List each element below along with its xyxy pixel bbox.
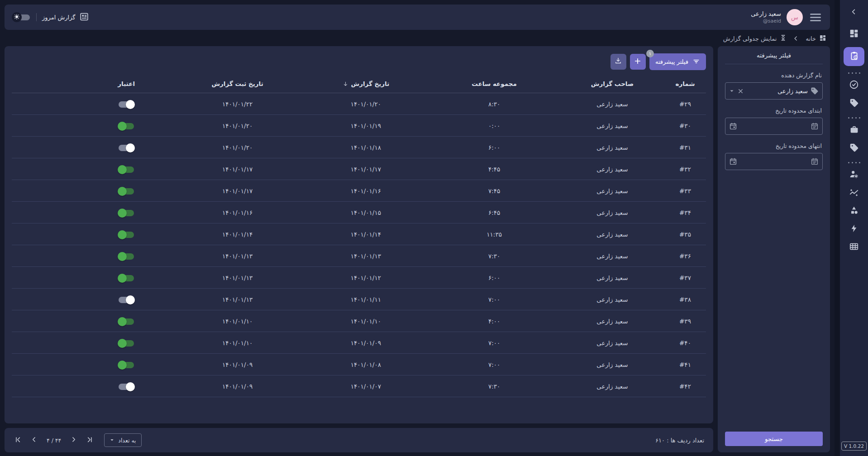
table-row[interactable]: #۳۰ سعید زارعی ۰:۰۰ ۱۴۰۱/۰۱/۱۹ ۱۴۰۱/۰۱/۲… bbox=[12, 115, 706, 137]
validity-toggle[interactable] bbox=[119, 318, 134, 325]
table-row[interactable]: #۴۰ سعید زارعی ۷:۰۰ ۱۴۰۱/۰۱/۰۹ ۱۴۰۱/۰۱/۱… bbox=[12, 332, 706, 354]
validity-toggle[interactable] bbox=[119, 253, 134, 260]
validity-toggle[interactable] bbox=[119, 362, 134, 368]
table-row[interactable]: #۳۴ سعید زارعی ۶:۴۵ ۱۴۰۱/۰۱/۱۵ ۱۴۰۱/۰۱/۱… bbox=[12, 202, 706, 223]
row-spacer-cell bbox=[12, 267, 81, 289]
table-row[interactable]: #۴۲ سعید زارعی ۷:۳۰ ۱۴۰۱/۰۱/۰۷ ۱۴۰۱/۰۱/۰… bbox=[12, 375, 706, 397]
chevron-down-icon[interactable] bbox=[729, 88, 734, 94]
report-owner-cell: سعید زارعی bbox=[560, 267, 664, 289]
report-submit-date-cell: ۱۴۰۱/۰۱/۰۹ bbox=[172, 354, 303, 375]
report-date-cell: ۱۴۰۱/۰۱/۱۴ bbox=[303, 223, 428, 245]
next-page-button[interactable] bbox=[69, 435, 78, 445]
sidebar-separator-dots bbox=[848, 117, 860, 119]
calendar-lines-icon bbox=[811, 157, 819, 166]
download-button[interactable] bbox=[610, 54, 626, 70]
report-date-cell: ۱۴۰۱/۰۱/۱۳ bbox=[303, 245, 428, 267]
table-row[interactable]: #۴۱ سعید زارعی ۷:۰۰ ۱۴۰۱/۰۱/۰۸ ۱۴۰۱/۰۱/۰… bbox=[12, 354, 706, 375]
top-header-bar: س سعید زارعی @saeid گزارش امروز bbox=[5, 5, 830, 30]
report-owner-cell: سعید زارعی bbox=[560, 375, 664, 397]
sidebar-item-labels[interactable] bbox=[844, 143, 864, 154]
sidebar-item-table-view[interactable] bbox=[844, 242, 864, 253]
hourglass-icon bbox=[780, 34, 787, 43]
report-hours-cell: ۴:۴۵ bbox=[428, 158, 560, 180]
report-validity-cell bbox=[81, 93, 171, 115]
sidebar-item-projects[interactable] bbox=[844, 125, 864, 136]
reporter-name-select[interactable]: سعید زارعی bbox=[725, 82, 823, 100]
sidebar-item-automation[interactable] bbox=[844, 224, 864, 235]
report-submit-date-cell: ۱۴۰۱/۰۱/۱۰ bbox=[172, 332, 303, 354]
table-row[interactable]: #۳۹ سعید زارعی ۴:۰۰ ۱۴۰۱/۰۱/۱۰ ۱۴۰۱/۰۱/۱… bbox=[12, 310, 706, 332]
validity-toggle[interactable] bbox=[119, 145, 134, 151]
sidebar-item-analytics[interactable] bbox=[844, 188, 864, 199]
report-date-cell: ۱۴۰۱/۰۱/۱۶ bbox=[303, 180, 428, 202]
chevron-right-icon bbox=[70, 436, 77, 444]
reports-table: شماره صاحب گزارش مجموعه ساعت تاریخ گزارش bbox=[12, 75, 706, 397]
column-header-number[interactable]: شماره bbox=[664, 75, 706, 93]
row-spacer-cell bbox=[12, 310, 81, 332]
report-date-cell: ۱۴۰۱/۰۱/۰۹ bbox=[303, 332, 428, 354]
avatar[interactable]: س bbox=[787, 9, 803, 25]
breadcrumb-home[interactable]: خانه bbox=[806, 34, 826, 43]
sidebar-item-user-management[interactable] bbox=[844, 170, 864, 180]
validity-toggle[interactable] bbox=[119, 340, 134, 347]
tag-icon bbox=[811, 87, 819, 95]
briefcase-icon bbox=[849, 125, 859, 136]
calendar-picker-icon[interactable] bbox=[729, 157, 737, 166]
table-row[interactable]: #۳۲ سعید زارعی ۴:۴۵ ۱۴۰۱/۰۱/۱۷ ۱۴۰۱/۰۱/۱… bbox=[12, 158, 706, 180]
column-header-validity[interactable]: اعتبار bbox=[81, 75, 171, 93]
previous-page-button[interactable] bbox=[30, 435, 38, 445]
report-id-cell: #۳۸ bbox=[664, 289, 706, 310]
table-row[interactable]: #۲۹ سعید زارعی ۸:۳۰ ۱۴۰۱/۰۱/۲۰ ۱۴۰۱/۰۱/۲… bbox=[12, 93, 706, 115]
clear-selection-icon[interactable] bbox=[737, 88, 744, 95]
column-header-report-date[interactable]: تاریخ گزارش bbox=[303, 75, 428, 93]
validity-toggle[interactable] bbox=[119, 232, 134, 238]
date-end-input[interactable] bbox=[725, 153, 823, 170]
page-indicator: ۴ / ۴۴ bbox=[47, 437, 61, 444]
advanced-filter-button[interactable]: ۱ فیلتر پیشرفته bbox=[649, 53, 706, 70]
page-scrollbar-track[interactable] bbox=[835, 0, 840, 456]
report-validity-cell bbox=[81, 245, 171, 267]
validity-toggle[interactable] bbox=[119, 166, 134, 173]
calendar-picker-icon[interactable] bbox=[729, 122, 737, 130]
theme-toggle[interactable] bbox=[12, 12, 31, 23]
search-button[interactable]: جستجو bbox=[725, 432, 823, 446]
add-report-button[interactable] bbox=[630, 54, 646, 70]
validity-toggle[interactable] bbox=[119, 210, 134, 216]
validity-toggle[interactable] bbox=[119, 101, 134, 108]
menu-hamburger-button[interactable] bbox=[808, 12, 823, 23]
report-hours-cell: ۶:۰۰ bbox=[428, 267, 560, 289]
validity-toggle[interactable] bbox=[119, 297, 134, 303]
table-row[interactable]: #۳۷ سعید زارعی ۶:۰۰ ۱۴۰۱/۰۱/۱۲ ۱۴۰۱/۰۱/۱… bbox=[12, 267, 706, 289]
validity-toggle[interactable] bbox=[119, 275, 134, 281]
date-start-input[interactable] bbox=[725, 118, 823, 135]
table-row[interactable]: #۳۵ سعید زارعی ۱۱:۳۵ ۱۴۰۱/۰۱/۱۴ ۱۴۰۱/۰۱/… bbox=[12, 223, 706, 245]
column-header-submit-date[interactable]: تاریخ ثبت گزارش bbox=[172, 75, 303, 93]
sidebar-item-tasks[interactable] bbox=[844, 80, 864, 91]
table-row[interactable]: #۳۳ سعید زارعی ۷:۴۵ ۱۴۰۱/۰۱/۱۶ ۱۴۰۱/۰۱/۱… bbox=[12, 180, 706, 202]
sidebar-item-reports-active[interactable] bbox=[844, 47, 864, 66]
page-size-select[interactable]: به تعداد bbox=[104, 433, 141, 447]
report-submit-date-cell: ۱۴۰۱/۰۱/۱۴ bbox=[172, 223, 303, 245]
table-row[interactable]: #۳۸ سعید زارعی ۷:۰۰ ۱۴۰۱/۰۱/۱۱ ۱۴۰۱/۰۱/۱… bbox=[12, 289, 706, 310]
table-row[interactable]: #۳۶ سعید زارعی ۷:۳۰ ۱۴۰۱/۰۱/۱۳ ۱۴۰۱/۰۱/۱… bbox=[12, 245, 706, 267]
lightning-icon bbox=[849, 224, 858, 235]
report-hours-cell: ۷:۳۰ bbox=[428, 375, 560, 397]
validity-toggle[interactable] bbox=[119, 384, 134, 390]
sidebar-item-dashboard[interactable] bbox=[844, 29, 864, 40]
chevron-left-icon bbox=[31, 436, 38, 444]
validity-toggle[interactable] bbox=[119, 123, 134, 129]
today-report-label: گزارش امروز bbox=[42, 14, 76, 21]
table-row[interactable]: #۳۱ سعید زارعی ۶:۰۰ ۱۴۰۱/۰۱/۱۸ ۱۴۰۱/۰۱/۲… bbox=[12, 137, 706, 158]
report-validity-cell bbox=[81, 332, 171, 354]
table-grid-icon bbox=[849, 242, 859, 253]
today-report-link[interactable]: گزارش امروز bbox=[42, 12, 89, 23]
last-page-button[interactable] bbox=[85, 435, 94, 446]
column-header-owner[interactable]: صاحب گزارش bbox=[560, 75, 664, 93]
column-header-hours[interactable]: مجموعه ساعت bbox=[428, 75, 560, 93]
sidebar-item-tags[interactable] bbox=[844, 98, 864, 109]
first-page-button[interactable] bbox=[14, 435, 23, 446]
sidebar-collapse-button[interactable] bbox=[844, 5, 864, 19]
validity-toggle[interactable] bbox=[119, 188, 134, 195]
sidebar-item-categories[interactable] bbox=[844, 206, 864, 217]
tag-icon bbox=[849, 98, 859, 109]
